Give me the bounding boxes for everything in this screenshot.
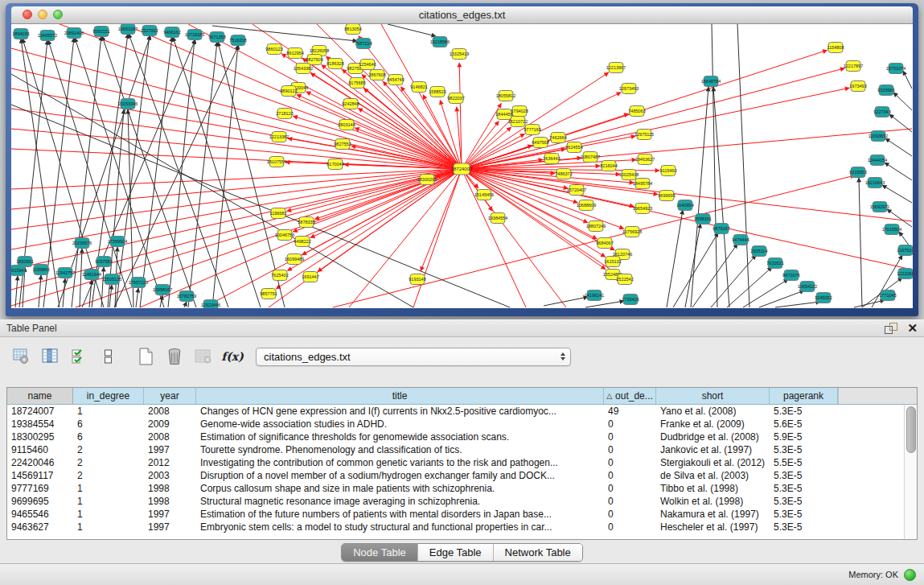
- graph-node[interactable]: 9170044: [326, 159, 343, 170]
- network-window-titlebar[interactable]: citations_edges.txt: [11, 6, 913, 24]
- table-row[interactable]: 946554611997Estimation of the future num…: [7, 508, 917, 521]
- create-table-icon[interactable]: [135, 347, 156, 366]
- graph-node[interactable]: 2522542: [616, 274, 633, 285]
- cell-out_de[interactable]: 0: [604, 469, 656, 482]
- cell-in_degree[interactable]: 2: [73, 443, 144, 456]
- table-row[interactable]: 911546021997Tourette syndrome. Phenomeno…: [7, 443, 917, 456]
- column-header-short[interactable]: short: [656, 388, 770, 404]
- graph-node[interactable]: 9097583: [95, 257, 112, 267]
- minimize-button[interactable]: [38, 10, 47, 19]
- tab-node-table[interactable]: Node Table: [342, 544, 418, 561]
- function-builder-icon[interactable]: f(x): [222, 347, 243, 366]
- cell-year[interactable]: 2008: [144, 431, 196, 443]
- cell-year[interactable]: 1998: [144, 482, 196, 495]
- graph-node[interactable]: 18724007: [451, 163, 473, 175]
- table-row[interactable]: 977716911998Corpus callosum shape and si…: [7, 482, 917, 495]
- graph-node[interactable]: 12213967: [606, 63, 626, 73]
- graph-node[interactable]: 10688609: [577, 200, 596, 211]
- graph-node[interactable]: 16099489: [285, 254, 304, 265]
- graph-node[interactable]: 1167533: [897, 245, 913, 256]
- graph-node[interactable]: 12213382: [269, 132, 289, 142]
- cell-title[interactable]: Estimation of the future numbers of pati…: [196, 508, 604, 521]
- graph-node[interactable]: 10958167: [153, 285, 172, 295]
- graph-node[interactable]: 1844456: [495, 109, 512, 120]
- graph-node[interactable]: 1588520: [429, 87, 446, 97]
- graph-node[interactable]: 20891406: [64, 28, 84, 39]
- graph-node[interactable]: 7625402: [271, 270, 288, 281]
- graph-node[interactable]: 10719185: [185, 30, 204, 40]
- graph-node[interactable]: 15751074: [886, 64, 906, 74]
- cell-year[interactable]: 2009: [144, 418, 196, 431]
- graph-node[interactable]: 1640954: [676, 200, 693, 211]
- cell-in_degree[interactable]: 2: [73, 456, 144, 469]
- graph-node[interactable]: 7632621: [766, 258, 783, 269]
- tab-edge-table[interactable]: Edge Table: [418, 544, 494, 561]
- cell-name[interactable]: 9777169: [7, 482, 73, 495]
- graph-node[interactable]: 19218586: [430, 37, 450, 47]
- graph-node[interactable]: 7485063: [628, 106, 645, 117]
- graph-node[interactable]: 9822037: [447, 93, 464, 104]
- graph-node[interactable]: 10807487: [581, 152, 600, 163]
- graph-node[interactable]: 9699695: [658, 191, 675, 201]
- cell-short[interactable]: Yano et al. (2008): [656, 405, 770, 418]
- graph-node[interactable]: 1733426: [622, 295, 639, 305]
- cell-year[interactable]: 1997: [144, 508, 196, 521]
- graph-node[interactable]: 10025438: [619, 170, 639, 180]
- graph-node[interactable]: 1894036: [12, 29, 29, 39]
- graph-node[interactable]: 9777169: [524, 125, 540, 135]
- graph-node[interactable]: 9175685: [348, 78, 365, 89]
- graph-node[interactable]: 20153346: [118, 99, 138, 109]
- cell-pagerank[interactable]: 5.6E-5: [770, 418, 838, 431]
- select-all-columns-icon[interactable]: [69, 347, 90, 366]
- graph-node[interactable]: 4498222: [294, 237, 310, 247]
- column-header-pagerank[interactable]: pagerank: [770, 388, 838, 404]
- cell-out_de[interactable]: 0: [604, 521, 656, 534]
- cell-name[interactable]: 9115460: [7, 443, 73, 456]
- graph-node[interactable]: 2935114: [750, 246, 767, 257]
- cell-out_de[interactable]: 0: [604, 418, 656, 431]
- graph-node[interactable]: 9146821: [410, 82, 427, 93]
- graph-node[interactable]: 9558331: [694, 214, 711, 225]
- cell-in_degree[interactable]: 1: [73, 495, 144, 508]
- graph-node[interactable]: 10653287: [118, 24, 138, 35]
- graph-node[interactable]: 16648784: [701, 76, 721, 87]
- graph-node[interactable]: 2867608: [368, 70, 385, 80]
- graph-node[interactable]: 9857791: [260, 289, 277, 299]
- cell-title[interactable]: Corpus callosum shape and size in male p…: [196, 482, 604, 495]
- cell-short[interactable]: Wolkin et al. (1998): [656, 495, 770, 508]
- table-selector-dropdown[interactable]: citations_edges.txt: [256, 348, 571, 366]
- graph-node[interactable]: 6497568: [532, 138, 548, 148]
- scrollbar-thumb[interactable]: [906, 406, 916, 453]
- cell-short[interactable]: Tibbo et al. (1998): [656, 482, 770, 495]
- table-row[interactable]: 969969511998Structural magnetic resonanc…: [7, 495, 917, 508]
- graph-node[interactable]: 9242848: [342, 99, 359, 109]
- graph-node[interactable]: 10543382: [294, 64, 313, 74]
- cell-name[interactable]: 18724007: [7, 405, 73, 418]
- cell-short[interactable]: Jankovic et al. (1997): [656, 443, 770, 456]
- graph-node[interactable]: 6794028: [511, 106, 528, 117]
- graph-node[interactable]: 20206576: [72, 238, 92, 249]
- graph-node[interactable]: 9115460: [659, 166, 676, 176]
- graph-node[interactable]: 1771045: [879, 290, 896, 301]
- graph-node[interactable]: 9245052: [815, 293, 832, 303]
- graph-node[interactable]: 1973493: [849, 81, 866, 92]
- graph-node[interactable]: 2636443: [543, 154, 560, 164]
- graph-node[interactable]: 3915941: [11, 266, 27, 276]
- network-canvas[interactable]: 1894036134055722089140695601511065328715…: [11, 24, 913, 308]
- graph-node[interactable]: 17016504: [882, 225, 901, 235]
- cell-pagerank[interactable]: 5.3E-5: [770, 482, 838, 495]
- graph-node[interactable]: 9860123: [265, 44, 282, 55]
- column-header-in_degree[interactable]: in_degree: [73, 388, 144, 404]
- table-row[interactable]: 1872400712008Changes of HCN gene express…: [7, 405, 917, 418]
- graph-node[interactable]: 18300295: [417, 175, 437, 185]
- graph-node[interactable]: 1254646: [359, 60, 376, 70]
- graph-node[interactable]: 1221068: [897, 269, 913, 279]
- cell-title[interactable]: Investigating the contribution of common…: [196, 456, 604, 469]
- graph-node[interactable]: 9466162: [163, 27, 180, 38]
- cell-year[interactable]: 2003: [144, 469, 196, 482]
- cell-in_degree[interactable]: 6: [73, 431, 144, 443]
- graph-node[interactable]: 15145456: [474, 190, 494, 200]
- memory-status-indicator[interactable]: [904, 569, 916, 581]
- cell-pagerank[interactable]: 5.3E-5: [770, 443, 838, 456]
- cell-out_de[interactable]: 49: [604, 405, 656, 418]
